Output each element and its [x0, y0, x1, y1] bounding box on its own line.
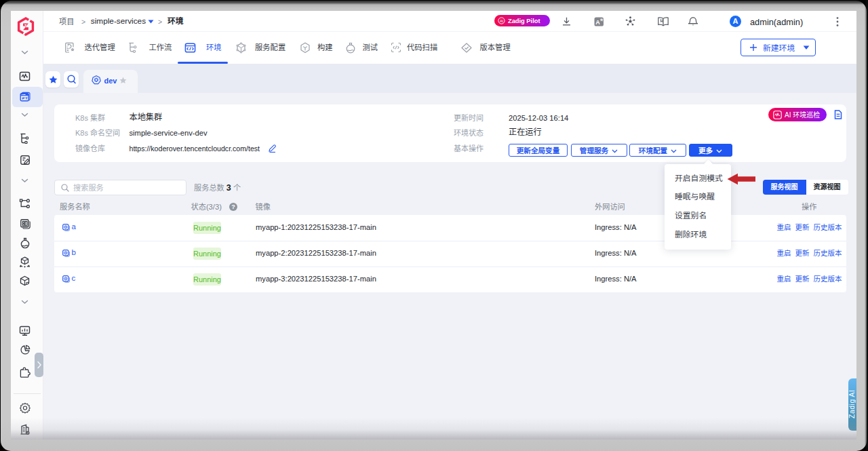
svg-text:A: A — [595, 18, 600, 25]
svg-text:AI: AI — [500, 19, 504, 23]
